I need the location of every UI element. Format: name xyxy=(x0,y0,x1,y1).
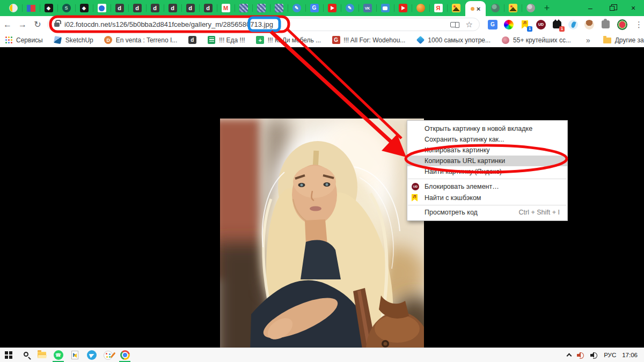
bookmarks-overflow-button[interactable]: » xyxy=(582,36,595,45)
bookmark-item[interactable]: Сервисы xyxy=(4,36,43,45)
bookmark-label: SketchUp xyxy=(65,36,93,44)
context-menu-shortcut: Ctrl + Shift + I xyxy=(519,209,560,216)
other-bookmarks-button[interactable]: Другие закладки xyxy=(603,36,644,45)
lock-icon[interactable] xyxy=(54,23,60,27)
tab[interactable] xyxy=(235,0,252,16)
context-menu-item-label: Копировать URL картинки xyxy=(425,157,505,165)
tab[interactable] xyxy=(252,0,270,16)
tab[interactable] xyxy=(323,0,341,16)
tab[interactable]: d xyxy=(128,0,146,16)
extension-black-cat-button[interactable]: 1 xyxy=(552,19,562,30)
new-tab-button[interactable]: + xyxy=(539,0,554,16)
taskbar-chrome-button[interactable] xyxy=(116,348,133,362)
taskbar-paint-palette-button[interactable] xyxy=(100,348,116,362)
tab[interactable] xyxy=(270,0,288,16)
tab[interactable]: d xyxy=(199,0,217,16)
tab[interactable] xyxy=(447,0,465,16)
taskbar-search-button[interactable] xyxy=(17,348,33,362)
bookmark-item[interactable]: !!! Еда !!! xyxy=(207,36,245,45)
tab[interactable]: ✎ xyxy=(341,0,358,16)
reload-button[interactable]: ↻ xyxy=(30,19,45,29)
extension-letyshops-button[interactable]: Л1 xyxy=(519,19,530,30)
context-menu-item[interactable]: Просмотреть кодCtrl + Shift + I xyxy=(407,207,567,218)
context-menu-item[interactable]: UDБлокировать элемент… xyxy=(407,181,567,192)
tab[interactable]: d xyxy=(181,0,199,16)
tab[interactable]: d xyxy=(111,0,128,16)
tab[interactable]: VK xyxy=(358,0,376,16)
send-to-devices-icon[interactable] xyxy=(450,22,458,27)
bookmark-star-icon[interactable]: ☆ xyxy=(466,20,473,28)
language-indicator[interactable]: РУС xyxy=(604,352,616,358)
paint-palette-icon xyxy=(104,351,113,360)
context-menu-item[interactable]: ЛНайти с кэшбэком xyxy=(407,192,567,203)
bookmark-item[interactable]: G!!! All For: Wodehou... xyxy=(332,36,405,45)
extension-ublock-button[interactable]: UD xyxy=(536,19,546,30)
whatsapp-icon: ☎ xyxy=(54,350,63,360)
taskbar-explorer-button[interactable] xyxy=(33,348,50,362)
bookmark-item[interactable]: 55+ крутейших сс... xyxy=(501,36,571,45)
taskbar-telegram-button[interactable] xyxy=(83,348,100,362)
bookmark-item[interactable]: 1000 самых употре... xyxy=(416,36,491,45)
tab[interactable]: ✎ xyxy=(288,0,305,16)
back-button[interactable]: ← xyxy=(0,20,15,29)
taskbar-win-start-button[interactable] xyxy=(0,348,17,362)
extension-translate-button[interactable]: G xyxy=(487,19,498,30)
tab[interactable] xyxy=(4,0,22,16)
bookmark-label: !!! КаДи мебель ... xyxy=(268,36,321,44)
extension-puzzle-button[interactable] xyxy=(600,19,611,30)
address-bar[interactable]: i02.fotocdn.net/s126/5b0bba2d841fcebe/ga… xyxy=(47,18,480,31)
bookmark-item[interactable]: SketchUp xyxy=(54,36,93,45)
taskbar: ☎ РУС 17:06 xyxy=(0,348,644,362)
photo-image[interactable] xyxy=(220,119,424,362)
context-menu-item-label: Найти с кэшбэком xyxy=(425,194,481,202)
bookmark-label: Сервисы xyxy=(16,36,43,44)
pencil-blue-icon: ✎ xyxy=(292,4,301,12)
context-menu-item[interactable]: Копировать картинку xyxy=(407,145,567,156)
tab[interactable] xyxy=(394,0,412,16)
tab[interactable]: Я xyxy=(429,0,447,16)
profile-avatar[interactable] xyxy=(617,19,627,30)
minimize-button[interactable]: – xyxy=(580,0,601,16)
context-menu-separator xyxy=(408,205,567,205)
restore-button[interactable] xyxy=(601,0,623,16)
minimize-icon: – xyxy=(588,4,592,12)
bookmark-item[interactable]: d xyxy=(188,36,196,45)
tab[interactable] xyxy=(22,0,40,16)
browser-menu-button[interactable]: ⋮ xyxy=(634,20,644,29)
tab[interactable]: d xyxy=(164,0,181,16)
tab-active[interactable]: × xyxy=(465,1,486,16)
context-menu-item[interactable]: Копировать URL картинки xyxy=(407,156,567,166)
tab[interactable] xyxy=(93,0,111,16)
volume-icon[interactable] xyxy=(590,352,598,358)
forward-button[interactable]: → xyxy=(15,20,30,29)
mosaic-icon xyxy=(239,4,248,12)
tab[interactable] xyxy=(504,0,522,16)
extension-feather-button[interactable] xyxy=(568,19,579,30)
taskbar-python-file-button[interactable] xyxy=(67,348,83,362)
tab[interactable]: ◆ xyxy=(40,0,57,16)
url-text[interactable]: i02.fotocdn.net/s126/5b0bba2d841fcebe/ga… xyxy=(64,20,273,28)
tab[interactable]: M xyxy=(217,0,235,16)
context-menu-item[interactable]: Найти картинку (Яндекс) xyxy=(407,166,567,177)
taskbar-whatsapp-button[interactable]: ☎ xyxy=(50,348,67,362)
tab[interactable] xyxy=(486,0,504,16)
tab[interactable]: d xyxy=(146,0,164,16)
tab[interactable]: ◆ xyxy=(75,0,93,16)
clock[interactable]: 17:06 xyxy=(622,352,638,358)
tab[interactable] xyxy=(376,0,394,16)
bookmark-item[interactable]: DEn venta : Terreno I... xyxy=(104,36,178,45)
context-menu-item-label: Просмотреть код xyxy=(425,209,478,216)
tab[interactable] xyxy=(412,0,429,16)
tab[interactable]: S xyxy=(57,0,75,16)
context-menu-item[interactable]: Открыть картинку в новой вкладке xyxy=(407,123,567,134)
context-menu-item[interactable]: Сохранить картинку как... xyxy=(407,134,567,145)
tray-chevron-up-icon[interactable] xyxy=(567,353,572,359)
tab[interactable]: G xyxy=(305,0,323,16)
bookmark-item[interactable]: +!!! КаДи мебель ... xyxy=(256,36,321,45)
close-tab-icon[interactable]: × xyxy=(477,5,481,13)
volume-mixer-red-icon[interactable] xyxy=(577,352,584,358)
extension-hamster-button[interactable] xyxy=(584,19,595,30)
close-button[interactable]: × xyxy=(623,0,644,16)
extension-color-wheel-button[interactable] xyxy=(503,19,514,30)
tab[interactable] xyxy=(522,0,539,16)
